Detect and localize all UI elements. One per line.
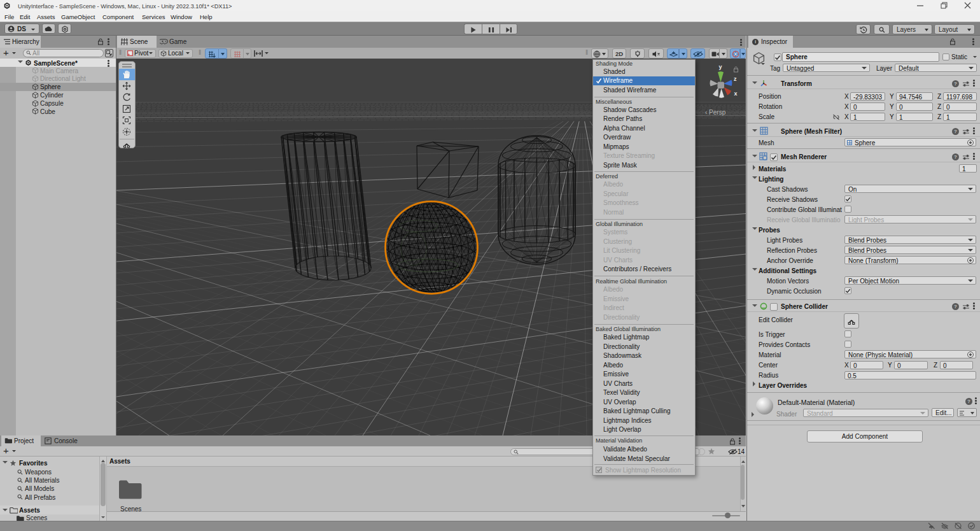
svg-text:x: x	[734, 90, 738, 97]
svg-text:z: z	[734, 76, 737, 82]
svg-text:y: y	[719, 64, 722, 70]
